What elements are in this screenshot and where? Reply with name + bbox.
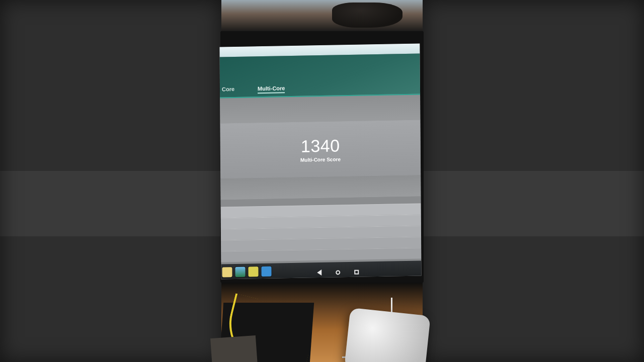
app-header: Core Multi-Core: [220, 54, 421, 99]
desk-area: [221, 283, 423, 362]
screen-reflection: [221, 0, 423, 31]
android-dock: [221, 261, 421, 280]
android-navbar: [317, 269, 359, 276]
monitor-bezel: Core Multi-Core 1340 Multi-Core Score: [220, 31, 424, 283]
letterbox-right: [423, 0, 644, 362]
settings-icon[interactable]: [261, 266, 271, 277]
usb-hub: [344, 308, 431, 362]
back-button[interactable]: [317, 269, 321, 276]
files-icon[interactable]: [222, 267, 232, 277]
gallery-icon[interactable]: [235, 267, 245, 277]
play-store-icon[interactable]: [248, 266, 258, 277]
recent-apps-button[interactable]: [354, 269, 359, 274]
photo-center-column: Core Multi-Core 1340 Multi-Core Score: [221, 0, 423, 362]
multi-core-score-label: Multi-Core Score: [300, 156, 341, 162]
home-button[interactable]: [336, 270, 340, 275]
tab-multi-core[interactable]: Multi-Core: [258, 85, 285, 94]
section-spacer: [220, 95, 420, 124]
tab-bar: Core Multi-Core: [222, 85, 285, 94]
small-box: [210, 335, 258, 362]
result-list[interactable]: [221, 204, 422, 262]
score-panel: 1340 Multi-Core Score: [220, 120, 421, 179]
multi-core-score-value: 1340: [301, 136, 340, 156]
device-screen: Core Multi-Core 1340 Multi-Core Score: [219, 44, 421, 280]
section-spacer: [220, 175, 421, 200]
letterbox-left: [0, 0, 221, 362]
tab-single-core[interactable]: Core: [222, 86, 234, 94]
